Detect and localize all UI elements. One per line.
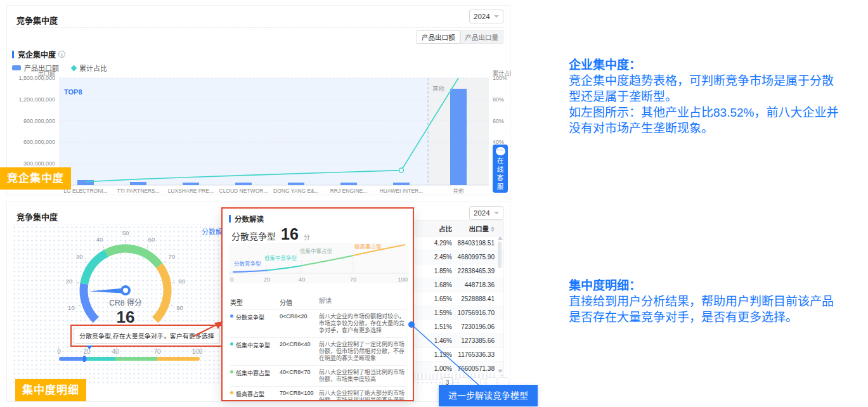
y-tick: 900,000,000 xyxy=(23,118,55,124)
gauge-title: CR8 得分 xyxy=(109,298,141,307)
interpretation-row: 低集中寡占型 40<CR8<70 前八大企业控制了相当比例的市场份额，市场集中度… xyxy=(230,366,406,387)
gauge-tick xyxy=(103,246,104,249)
annotation-concentration-detail: 集中度明细： 直接给到用户分析结果，帮助用户判断目前该产品 是否存在大量竞争对手… xyxy=(569,278,868,325)
online-service-label: 在线客服 xyxy=(496,157,505,191)
callout-concentration-detail: 集中度明细 xyxy=(15,379,86,401)
gauge-tick-label: 10 xyxy=(68,304,75,311)
col-export-header[interactable]: 出口量 xyxy=(454,224,495,233)
y-tick-right: 80% xyxy=(493,96,504,103)
info-icon[interactable]: i xyxy=(58,51,65,58)
chat-bubble-icon: ··· xyxy=(496,147,505,155)
year-select-value: 2024 xyxy=(474,209,490,217)
year-select-value: 2024 xyxy=(474,13,490,20)
score-explain-popup: 分数解读 分散竞争型 16 分 分散竞争型 低集中竞争 xyxy=(221,207,414,401)
gauge-segment-orange xyxy=(155,266,167,320)
x-tick: TTI PARTNERS... xyxy=(117,188,160,194)
gauge-tick xyxy=(147,246,148,249)
other-label: 其他 xyxy=(432,85,445,92)
type-dot-icon xyxy=(230,391,233,394)
gauge-tick-label: 20 xyxy=(66,278,73,285)
gauge-tick-label: 80 xyxy=(179,278,186,285)
gauge-tick-label: 50 xyxy=(122,229,129,236)
gauge-tick xyxy=(164,261,166,263)
year-select[interactable]: 2024 xyxy=(469,206,503,220)
score-value: 16 xyxy=(281,225,299,243)
y-tick: 600,000,000 xyxy=(23,139,55,145)
x-tick: 其他 xyxy=(453,188,464,194)
separator xyxy=(13,27,503,28)
gauge-hub xyxy=(122,287,129,294)
annotation-enterprise-concentration: 企业集中度： 竞企集中度趋势表格，可判断竞争市场是属于分散 型还是属于垄断型。 … xyxy=(569,57,868,136)
type-dot-icon xyxy=(230,370,233,373)
gauge-segment-blue xyxy=(84,284,96,320)
y-tick-right: 100% xyxy=(493,75,507,81)
pointer-triangle-icon xyxy=(86,346,93,349)
connector-dot-icon xyxy=(408,321,415,328)
scale-tick: 100 xyxy=(192,348,203,355)
x-tick: LUXSHARE PRE... xyxy=(168,188,214,194)
x-tick: DONG YANG E&... xyxy=(273,188,319,194)
interpretation-table: 类型 分值 解读 分散竞争型 0<CR8<20 前八大企业的市场份额相对较小，市… xyxy=(230,295,406,401)
curve-label: 低集中寡占型 xyxy=(300,248,333,254)
y-tick: 1,500,000,000 xyxy=(18,75,55,81)
gauge-tick-label: 30 xyxy=(76,253,83,260)
gauge-segment-green xyxy=(107,249,159,266)
red-arrow-icon xyxy=(190,316,228,341)
annotation-heading: 集中度明细： xyxy=(569,279,641,292)
top8-region xyxy=(59,78,428,185)
scale-segment-orange xyxy=(157,357,200,361)
popup-title: 分数解读 xyxy=(235,214,264,224)
scale-segment-teal xyxy=(87,357,115,361)
scale-marker[interactable] xyxy=(83,356,86,362)
gauge-segment-teal xyxy=(84,253,107,284)
annotation-body: 如左图所示：其他产业占比83.52%，前八大企业并 没有对市场产生垄断现象。 xyxy=(569,105,868,136)
line-marker xyxy=(399,168,404,172)
y-tick-right: 60% xyxy=(493,118,504,124)
gauge-tick-label: 60 xyxy=(148,236,155,243)
gauge-tick xyxy=(170,305,173,306)
gauge-tick xyxy=(172,283,175,283)
annotation-heading: 企业集中度： xyxy=(569,58,641,72)
concentration-trend-chart: 出口额 累计占比 1,500,000,000 1,200,000,000 900… xyxy=(7,70,511,196)
section-accent-bar xyxy=(229,215,231,223)
gauge-value: 16 xyxy=(117,307,135,326)
curve-x-tick: 20 xyxy=(264,276,271,283)
scroll-up-icon[interactable] xyxy=(498,236,503,240)
scale-tick: 0 xyxy=(57,348,61,355)
interpretation-row: 极高寡占型 70<CR8<100 前八大企业控制了绝大部分的市场份额，市场呈现出… xyxy=(230,387,406,401)
section-header: 竞企集中度 i xyxy=(12,49,65,60)
toggle-export-quantity[interactable]: 产品出口量 xyxy=(460,30,504,44)
curve-label: 低集中竞争型 xyxy=(264,255,297,261)
table-header-row: 类型 分值 解读 xyxy=(230,295,406,310)
sort-icon xyxy=(491,226,495,232)
gauge-tick xyxy=(78,305,81,306)
popup-score-row: 分散竞争型 16 分 xyxy=(231,225,310,243)
type-dot-icon xyxy=(230,314,233,318)
metric-toggle: 产品出口额 产品出口量 xyxy=(417,30,503,44)
curve-x-tick: 70 xyxy=(350,276,357,283)
panel-title: 竞争集中度 xyxy=(16,14,58,26)
x-tick: CLOUD NETWOR... xyxy=(219,188,268,194)
year-select[interactable]: 2024 xyxy=(469,10,503,23)
y-tick: 300,000,000 xyxy=(23,160,55,167)
section-title: 竞企集中度 xyxy=(18,49,56,60)
online-service-widget[interactable]: ··· 在线客服 xyxy=(493,145,508,193)
curve-label: 极高寡占型 xyxy=(354,243,382,250)
curve-label: 分散竞争型 xyxy=(234,261,261,267)
toggle-export-amount[interactable]: 产品出口额 xyxy=(417,30,460,44)
scale-segment-green xyxy=(115,357,157,361)
top8-label: TOP8 xyxy=(64,88,82,96)
gauge-tick-label: 90 xyxy=(176,304,183,311)
interpretation-row: 分散竞争型 0<CR8<20 前八大企业的市场份额相对较小，市场竞争较为分散，存… xyxy=(230,310,406,338)
scale-tick: 70 xyxy=(153,348,160,355)
y-tick: 1,200,000,000 xyxy=(18,96,55,103)
curve-x-tick: 0 xyxy=(230,276,233,283)
scale-tick: 40 xyxy=(112,348,119,355)
interpret-model-button[interactable]: 进一步解读竞争模型 xyxy=(439,385,538,406)
gauge-tick xyxy=(85,261,87,263)
x-tick: HUAWEI INTER... xyxy=(380,188,424,194)
scroll-thumb[interactable] xyxy=(498,242,502,268)
type-dot-icon xyxy=(230,342,233,346)
popup-header: 分数解读 xyxy=(229,214,264,224)
annotation-body: 竞企集中度趋势表格，可判断竞争市场是属于分散 型还是属于垄断型。 xyxy=(569,73,868,105)
